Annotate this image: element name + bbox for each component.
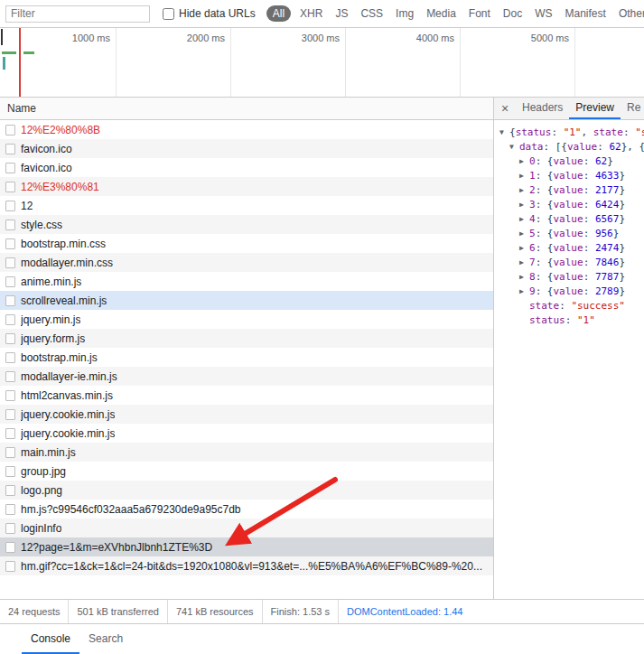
expand-icon[interactable]: ▶ — [519, 241, 529, 256]
file-icon — [5, 447, 15, 458]
request-row[interactable]: logo.png — [0, 481, 493, 500]
request-row[interactable]: favicon.ico — [0, 158, 493, 177]
hide-data-urls-label: Hide data URLs — [179, 7, 256, 20]
tree-line[interactable]: ▼data: [{value: 62}, { — [494, 140, 644, 154]
drawer-tab-console[interactable]: Console — [22, 624, 79, 654]
detail-tabs: HeadersPreviewRe — [516, 98, 644, 119]
filter-css[interactable]: CSS — [354, 5, 389, 22]
summary-item[interactable]: DOMContentLoaded: 1.44 — [339, 600, 471, 623]
filter-js[interactable]: JS — [329, 5, 354, 22]
file-icon — [5, 466, 15, 477]
tree-line[interactable]: ▶3: {value: 6424} — [494, 198, 644, 212]
request-row[interactable]: favicon.ico — [0, 139, 493, 158]
filter-ws[interactable]: WS — [528, 5, 558, 22]
expand-icon[interactable]: ▶ — [519, 212, 529, 227]
request-row[interactable]: modallayer-ie.min.js — [0, 367, 493, 386]
timeline-overview[interactable]: 1000 ms2000 ms3000 ms4000 ms5000 ms — [0, 28, 644, 98]
file-icon — [5, 295, 15, 306]
tab-preview[interactable]: Preview — [569, 98, 621, 119]
request-row[interactable]: anime.min.js — [0, 272, 493, 291]
filter-doc[interactable]: Doc — [497, 5, 528, 22]
request-row[interactable]: html2canvas.min.js — [0, 386, 493, 405]
expand-icon[interactable]: ▶ — [519, 198, 529, 212]
request-row[interactable]: loginInfo — [0, 519, 493, 537]
request-row[interactable]: jquery.cookie.min.js — [0, 424, 493, 443]
filter-img[interactable]: Img — [389, 5, 420, 22]
tree-token: 4633 — [595, 170, 620, 182]
close-icon[interactable]: × — [494, 98, 516, 119]
timeline-tick-label: 1000 ms — [43, 33, 110, 43]
request-row[interactable]: hm.js?c99546cf032aaa5a679230de9a95c7db — [0, 500, 493, 519]
expand-icon[interactable]: ▶ — [519, 183, 529, 198]
filter-other[interactable]: Other — [612, 5, 644, 22]
tree-token: : { — [536, 184, 554, 196]
expand-icon[interactable]: ▶ — [519, 227, 529, 241]
request-row[interactable]: modallayer.min.css — [0, 253, 493, 272]
request-row[interactable]: bootstrap.min.css — [0, 234, 493, 253]
tree-token: : — [583, 199, 595, 210]
file-icon — [5, 163, 15, 173]
filter-all[interactable]: All — [266, 5, 291, 22]
tab-headers[interactable]: Headers — [516, 98, 569, 119]
request-name: jquery.min.js — [21, 313, 80, 326]
request-row[interactable]: jquery.cookie.min.js — [0, 405, 493, 424]
request-row[interactable]: jquery.min.js — [0, 310, 493, 329]
tree-line[interactable]: ▶6: {value: 2474} — [494, 241, 644, 256]
expand-icon[interactable]: ▶ — [519, 285, 529, 299]
tree-line[interactable]: ▶9: {value: 2789} — [494, 285, 644, 299]
tree-token: : — [583, 184, 595, 196]
hide-data-urls[interactable]: Hide data URLs — [163, 7, 256, 20]
tree-token: value — [554, 242, 583, 254]
tab-re[interactable]: Re — [621, 98, 644, 119]
timeline-gridline — [460, 28, 461, 97]
json-preview-tree: ▼{status: "1", state: "s▼data: [{value: … — [494, 120, 644, 599]
tree-line[interactable]: ▶0: {value: 62} — [494, 154, 644, 169]
request-row[interactable]: 12%E3%80%81 — [0, 177, 493, 196]
request-row[interactable]: hm.gif?cc=1&ck=1&cl=24-bit&ds=1920x1080&… — [0, 556, 493, 575]
tree-line[interactable]: ▶8: {value: 7787} — [494, 270, 644, 285]
request-row[interactable]: bootstrap.min.js — [0, 348, 493, 367]
request-row[interactable]: 12%E2%80%8B — [0, 120, 493, 139]
request-name: jquery.form.js — [21, 332, 85, 345]
request-row[interactable]: scrollreveal.min.js — [0, 291, 493, 310]
expand-icon[interactable]: ▶ — [519, 154, 529, 169]
collapse-icon[interactable]: ▼ — [509, 140, 519, 154]
expand-icon[interactable]: ▶ — [519, 256, 529, 270]
tree-token: } — [619, 184, 625, 196]
drawer-tab-search[interactable]: Search — [79, 624, 132, 654]
filter-media[interactable]: Media — [420, 5, 462, 22]
filter-xhr[interactable]: XHR — [294, 5, 329, 22]
request-name: hm.js?c99546cf032aaa5a679230de9a95c7db — [21, 503, 241, 516]
tree-token: : — [551, 126, 563, 138]
tree-line[interactable]: ▶2: {value: 2177} — [494, 183, 644, 198]
hide-data-urls-checkbox[interactable] — [163, 8, 174, 20]
request-row[interactable]: 12 — [0, 196, 493, 215]
tree-token: : { — [536, 271, 554, 283]
tree-line[interactable]: ▶7: {value: 7846} — [494, 256, 644, 270]
network-main: Name 12%E2%80%8Bfavicon.icofavicon.ico12… — [0, 98, 644, 600]
tree-token: value — [554, 271, 583, 283]
tree-line[interactable]: ▼{status: "1", state: "s — [494, 126, 644, 140]
filter-font[interactable]: Font — [462, 5, 497, 22]
request-row[interactable]: group.jpg — [0, 462, 493, 481]
tree-line[interactable]: status: "1" — [494, 313, 644, 328]
request-row[interactable]: style.css — [0, 215, 493, 234]
tree-line[interactable]: state: "success" — [494, 299, 644, 313]
expand-icon[interactable]: ▶ — [519, 270, 529, 285]
tree-token: : — [583, 242, 595, 254]
tree-token: } — [619, 285, 625, 297]
name-column-header[interactable]: Name — [0, 98, 493, 120]
request-row[interactable]: main.min.js — [0, 443, 493, 462]
collapse-icon[interactable]: ▼ — [499, 126, 509, 140]
tree-line[interactable]: ▶1: {value: 4633} — [494, 169, 644, 183]
timeline-gridline — [345, 28, 346, 97]
request-row[interactable]: jquery.form.js — [0, 329, 493, 348]
request-name: bootstrap.min.css — [21, 238, 106, 250]
tree-token: "success" — [571, 300, 625, 312]
expand-icon[interactable]: ▶ — [519, 169, 529, 183]
filter-input[interactable] — [5, 5, 150, 23]
request-row[interactable]: 12?page=1&m=eXVhbnJlbnh1ZTE%3D — [0, 537, 493, 556]
tree-line[interactable]: ▶4: {value: 6567} — [494, 212, 644, 227]
filter-manifest[interactable]: Manifest — [559, 5, 612, 22]
tree-line[interactable]: ▶5: {value: 956} — [494, 227, 644, 241]
